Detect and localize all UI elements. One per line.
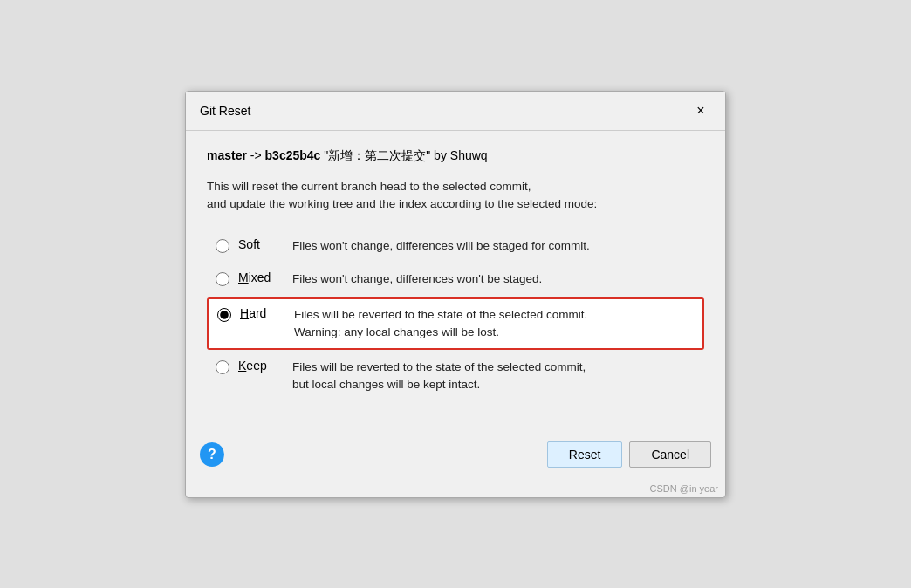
author-name: Shuwq: [450, 148, 488, 162]
radio-soft[interactable]: [216, 239, 229, 253]
cancel-button[interactable]: Cancel: [629, 441, 711, 468]
dialog-content: master -> b3c25b4c "新增：第二次提交" by Shuwq T…: [186, 131, 725, 433]
branch-name: master: [207, 148, 247, 162]
mixed-desc: Files won't change, differences won't be…: [292, 270, 542, 288]
reset-button[interactable]: Reset: [547, 441, 623, 468]
soft-label-group: Soft Files won't change, differences wil…: [238, 237, 590, 255]
option-mixed[interactable]: Mixed Files won't change, differences wo…: [207, 263, 704, 295]
title-bar: Git Reset ×: [186, 92, 725, 131]
reset-description: This will reset the current branch head …: [207, 178, 704, 214]
option-hard[interactable]: Hard Files will be reverted to the state…: [207, 297, 704, 351]
radio-mixed[interactable]: [216, 272, 229, 286]
commit-info: master -> b3c25b4c "新增：第二次提交" by Shuwq: [207, 148, 704, 164]
author-prefix: by: [430, 148, 450, 162]
git-reset-dialog: Git Reset × master -> b3c25b4c "新增：第二次提交…: [185, 91, 726, 498]
close-button[interactable]: ×: [690, 100, 711, 121]
commit-hash: b3c25b4c: [265, 148, 321, 162]
watermark: CSDN @in year: [186, 482, 725, 497]
dialog-title: Git Reset: [200, 104, 250, 118]
reset-label: Reset: [569, 448, 601, 462]
keep-label-group: Keep Files will be reverted to the state…: [238, 359, 586, 394]
help-button[interactable]: ?: [200, 442, 224, 467]
arrow: ->: [247, 148, 265, 162]
mixed-name: Mixed: [238, 270, 282, 284]
cancel-label: Cancel: [651, 448, 689, 462]
hard-name: Hard: [240, 306, 284, 320]
keep-name: Keep: [238, 359, 282, 373]
radio-hard[interactable]: [217, 308, 231, 322]
option-soft[interactable]: Soft Files won't change, differences wil…: [207, 230, 704, 262]
hard-desc: Files will be reverted to the state of t…: [294, 306, 587, 342]
commit-message: "新增：第二次提交": [324, 148, 430, 162]
soft-name: Soft: [238, 237, 282, 251]
mixed-label-group: Mixed Files won't change, differences wo…: [238, 270, 542, 288]
action-buttons: Reset Cancel: [547, 441, 711, 468]
dialog-footer: ? Reset Cancel: [186, 433, 725, 482]
reset-options: Soft Files won't change, differences wil…: [207, 230, 704, 401]
hard-label-group: Hard Files will be reverted to the state…: [240, 306, 587, 342]
option-keep[interactable]: Keep Files will be reverted to the state…: [207, 352, 704, 401]
radio-keep[interactable]: [216, 360, 229, 374]
keep-desc: Files will be reverted to the state of t…: [292, 359, 586, 394]
soft-desc: Files won't change, differences will be …: [292, 237, 590, 255]
